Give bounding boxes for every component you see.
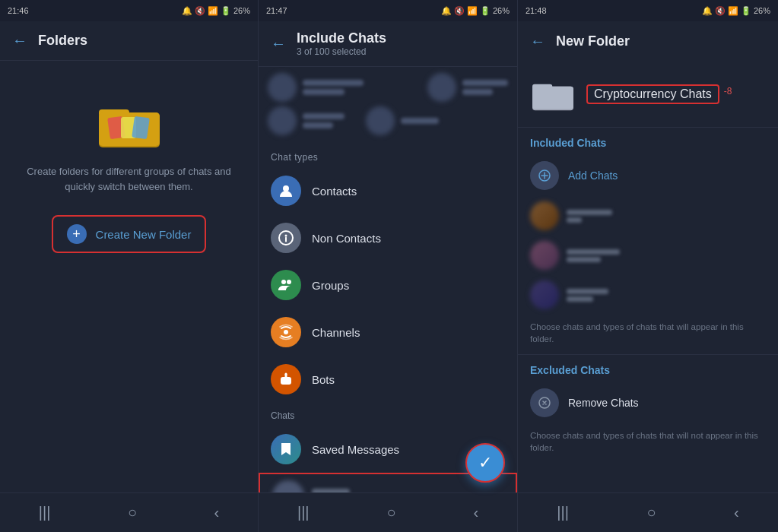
chat-type-non-contacts[interactable]: Non Contacts bbox=[259, 214, 517, 261]
svg-point-16 bbox=[285, 373, 287, 375]
top-bar-3: ← New Folder bbox=[518, 21, 778, 61]
groups-label: Groups bbox=[312, 279, 349, 292]
blurred-avatar-1 bbox=[268, 73, 297, 102]
back-button-3[interactable]: ← bbox=[530, 33, 545, 50]
nav-back-icon-2[interactable]: ‹ bbox=[473, 504, 478, 521]
blurred-row-2 bbox=[268, 106, 508, 135]
folder-name-section: Cryptocurrency Chats -8 bbox=[518, 61, 778, 128]
blurred-avatar-3 bbox=[268, 106, 297, 135]
blurred-avatar-4 bbox=[366, 106, 395, 135]
remove-chats-label: Remove Chats bbox=[568, 397, 639, 409]
nav-menu-icon-2[interactable]: ||| bbox=[297, 504, 310, 521]
folder-svg-icon bbox=[95, 91, 164, 152]
create-folder-label: Create New Folder bbox=[96, 228, 192, 241]
groups-avatar bbox=[271, 270, 301, 300]
channels-avatar bbox=[271, 317, 301, 347]
channels-label: Channels bbox=[312, 326, 360, 339]
included-chats-section: Included Chats Add Chats bbox=[518, 128, 778, 315]
chat-list: Chat types Contacts Non Contacts bbox=[259, 67, 517, 492]
status-bar-3: 21:48 🔔 🔇 📶 🔋 26% bbox=[518, 0, 778, 21]
blurred-top-items bbox=[259, 67, 517, 141]
included-chat-1 bbox=[530, 196, 766, 236]
create-new-folder-button[interactable]: + Create New Folder bbox=[52, 215, 207, 253]
chat-type-contacts[interactable]: Contacts bbox=[259, 167, 517, 214]
nav-bar-3: ||| ○ ‹ bbox=[518, 492, 778, 532]
chat-types-label: Chat types bbox=[259, 144, 517, 167]
folder-small-icon bbox=[530, 73, 576, 115]
status-time-2: 21:47 bbox=[266, 6, 287, 15]
contacts-label: Contacts bbox=[312, 185, 357, 198]
nav-menu-icon[interactable]: ||| bbox=[39, 504, 51, 521]
status-icons-1: 🔔 🔇 📶 🔋 26% bbox=[182, 6, 250, 16]
add-chats-button[interactable]: Add Chats bbox=[530, 155, 766, 196]
nav-home-icon-3[interactable]: ○ bbox=[646, 504, 656, 521]
blurred-row-1 bbox=[268, 73, 508, 102]
bots-avatar bbox=[271, 364, 301, 394]
bots-label: Bots bbox=[312, 373, 335, 386]
chat-type-channels[interactable]: Channels bbox=[259, 309, 517, 356]
nav-menu-icon-3[interactable]: ||| bbox=[557, 504, 569, 521]
chat-type-bots[interactable]: Bots bbox=[259, 356, 517, 403]
saved-messages-avatar bbox=[271, 434, 301, 464]
back-button-2[interactable]: ← bbox=[271, 35, 286, 52]
nav-back-icon[interactable]: ‹ bbox=[214, 504, 220, 521]
status-icons-3: 🔔 🔇 📶 🔋 26% bbox=[702, 6, 770, 16]
status-bar-1: 21:46 🔔 🔇 📶 🔋 26% bbox=[0, 0, 258, 21]
people-icon bbox=[278, 277, 294, 293]
folder-name-badge: -8 bbox=[724, 86, 732, 97]
excluded-chats-title: Excluded Chats bbox=[530, 364, 766, 376]
question-icon bbox=[278, 230, 294, 246]
broadcast-icon bbox=[278, 324, 294, 340]
svg-point-11 bbox=[284, 330, 288, 334]
nav-bar-2: ||| ○ ‹ bbox=[259, 492, 517, 532]
chats-section-label: Chats bbox=[259, 403, 517, 426]
status-time-3: 21:48 bbox=[526, 6, 547, 15]
svg-rect-5 bbox=[132, 116, 150, 140]
folders-title: Folders bbox=[38, 33, 87, 49]
blurred-avatar-2 bbox=[427, 73, 456, 102]
panel-folders: 21:46 🔔 🔇 📶 🔋 26% ← Folders Create folde… bbox=[0, 0, 259, 532]
top-bar-2: ← Include Chats 3 of 100 selected bbox=[259, 21, 517, 67]
included-chats-title: Included Chats bbox=[530, 137, 766, 149]
bot-icon bbox=[278, 371, 294, 388]
checkmark-icon: ✓ bbox=[478, 453, 492, 473]
chat-avatar-blurred-1 bbox=[272, 480, 304, 492]
panel-include-chats: 21:47 🔔 🔇 📶 🔋 26% ← Include Chats 3 of 1… bbox=[259, 0, 518, 532]
contacts-avatar bbox=[271, 176, 301, 206]
included-chats-description: Choose chats and types of chats that wil… bbox=[518, 315, 778, 355]
folder-illustration bbox=[95, 91, 164, 152]
nav-home-icon[interactable]: ○ bbox=[128, 504, 137, 521]
folders-description: Create folders for different groups of c… bbox=[0, 164, 258, 194]
confirm-fab-button[interactable]: ✓ bbox=[465, 443, 505, 483]
excluded-chats-description: Choose chats and types of chats that wil… bbox=[518, 423, 778, 454]
svg-point-10 bbox=[287, 280, 291, 284]
nav-home-icon-2[interactable]: ○ bbox=[386, 504, 395, 521]
status-bar-2: 21:47 🔔 🔇 📶 🔋 26% bbox=[259, 0, 517, 21]
nav-bar-1: ||| ○ ‹ bbox=[0, 492, 258, 532]
add-chats-label: Add Chats bbox=[568, 169, 618, 182]
excluded-chats-section: Excluded Chats Remove Chats bbox=[518, 355, 778, 423]
bookmark-icon bbox=[278, 441, 294, 458]
non-contacts-avatar bbox=[271, 223, 301, 253]
remove-chats-button[interactable]: Remove Chats bbox=[530, 382, 766, 423]
inc-avatar-1 bbox=[530, 201, 559, 230]
top-bar-1: ← Folders bbox=[0, 21, 258, 61]
panel-new-folder: 21:48 🔔 🔇 📶 🔋 26% ← New Folder Cryptocur… bbox=[518, 0, 778, 532]
included-chat-2 bbox=[530, 236, 766, 275]
back-button-1[interactable]: ← bbox=[12, 32, 27, 49]
plus-icon: + bbox=[67, 224, 87, 244]
include-chats-subtitle: 3 of 100 selected bbox=[297, 46, 386, 57]
svg-rect-19 bbox=[532, 87, 573, 109]
remove-chats-icon bbox=[530, 388, 559, 417]
add-chats-icon bbox=[530, 161, 559, 190]
svg-point-14 bbox=[287, 380, 289, 382]
svg-point-7 bbox=[285, 235, 287, 237]
non-contacts-label: Non Contacts bbox=[312, 232, 381, 245]
svg-rect-12 bbox=[281, 377, 291, 385]
inc-avatar-3 bbox=[530, 280, 559, 309]
saved-messages-label: Saved Messages bbox=[312, 443, 399, 456]
nav-back-icon-3[interactable]: ‹ bbox=[734, 504, 739, 521]
chat-type-groups[interactable]: Groups bbox=[259, 261, 517, 309]
svg-point-13 bbox=[283, 380, 285, 382]
status-icons-2: 🔔 🔇 📶 🔋 26% bbox=[441, 6, 510, 16]
